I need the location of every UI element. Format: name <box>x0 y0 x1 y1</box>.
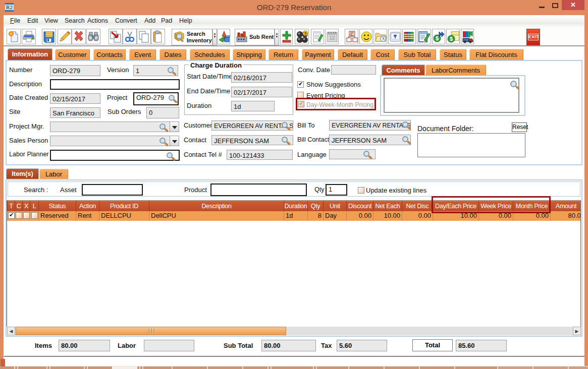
svg-text:12: 12 <box>329 35 335 41</box>
svg-text:$: $ <box>436 35 439 41</box>
svg-text:?: ? <box>304 31 307 36</box>
svg-text:$: $ <box>450 36 453 42</box>
